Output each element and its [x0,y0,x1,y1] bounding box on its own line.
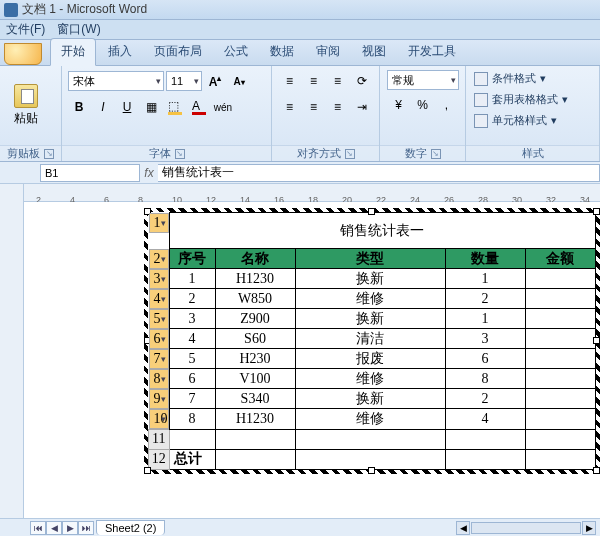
cell-type[interactable]: 报废 [295,349,445,369]
number-dialog-icon[interactable]: ↘ [431,149,441,159]
cell-type[interactable]: 换新 [295,389,445,409]
resize-handle[interactable] [368,208,375,215]
indent-button[interactable]: ⇥ [351,96,373,118]
scroll-left-icon[interactable]: ◀ [456,521,470,535]
cell-amt[interactable] [525,349,595,369]
cell[interactable] [295,429,445,449]
horizontal-scrollbar[interactable]: ◀ ▶ [165,521,600,535]
grow-font-button[interactable]: A [204,70,226,92]
cell-type[interactable]: 清洁 [295,329,445,349]
align-bottom-button[interactable]: ≡ [327,70,349,92]
border-button[interactable]: ▦ [140,96,162,118]
cell-seq[interactable]: 2 [169,289,215,309]
cell-qty[interactable]: 8 [445,369,525,389]
scroll-right-icon[interactable]: ▶ [582,521,596,535]
resize-handle[interactable] [593,337,600,344]
fx-icon[interactable]: fx [140,166,158,180]
orientation-button[interactable]: ⟳ [351,70,373,92]
total-label[interactable]: 总计 [169,449,215,469]
scroll-track[interactable] [471,522,581,534]
cell-qty[interactable]: 3 [445,329,525,349]
underline-button[interactable]: U [116,96,138,118]
cell-type[interactable]: 维修 [295,369,445,389]
cell-name[interactable]: W850 [215,289,295,309]
cell-seq[interactable]: 5 [169,349,215,369]
cell-amt[interactable] [525,329,595,349]
shrink-font-button[interactable]: A [228,70,250,92]
cell-name[interactable]: H230 [215,349,295,369]
sheet-nav-first-icon[interactable]: ⏮ [30,521,46,535]
sheet-tab[interactable]: Sheet2 (2) [96,520,165,535]
resize-handle[interactable] [593,208,600,215]
cell-name[interactable]: H1230 [215,269,295,289]
cell-seq[interactable]: 6 [169,369,215,389]
row-header[interactable]: 7 [149,349,169,369]
comma-button[interactable]: , [436,94,458,116]
row-header[interactable]: 4 [149,289,169,309]
cell-seq[interactable]: 4 [169,329,215,349]
tab-data[interactable]: 数据 [260,39,304,65]
sheet-nav-last-icon[interactable]: ⏭ [78,521,94,535]
cell-name[interactable]: S60 [215,329,295,349]
cell-name[interactable]: V100 [215,369,295,389]
italic-button[interactable]: I [92,96,114,118]
cell-seq[interactable]: 3 [169,309,215,329]
row-header[interactable]: 1 [149,213,169,233]
cell[interactable] [525,429,595,449]
cell-style-button[interactable]: 单元格样式 ▾ [472,112,559,129]
cell-amt[interactable] [525,289,595,309]
cell-type[interactable]: 换新 [295,269,445,289]
align-center-button[interactable]: ≡ [303,96,325,118]
conditional-format-button[interactable]: 条件格式 ▾ [472,70,548,87]
menu-window[interactable]: 窗口(W) [57,21,100,38]
cell-name[interactable]: Z900 [215,309,295,329]
table-title[interactable]: 销售统计表一 [169,213,595,249]
font-name-select[interactable]: 宋体 [68,71,164,91]
col-header-name[interactable]: 名称 [215,249,295,269]
cell-type[interactable]: 维修 [295,409,445,430]
sheet-nav-prev-icon[interactable]: ◀ [46,521,62,535]
cell-name[interactable]: H1230 [215,409,295,430]
resize-handle[interactable] [144,467,151,474]
phonetic-button[interactable]: wén [212,96,234,118]
cell[interactable] [215,429,295,449]
name-box[interactable]: B1 [40,164,140,182]
cell-qty[interactable]: 2 [445,289,525,309]
cell-seq[interactable]: 8 [169,409,215,430]
row-header[interactable]: 10 [149,409,169,429]
cell[interactable] [215,449,295,469]
percent-button[interactable]: % [412,94,434,116]
spreadsheet-table[interactable]: 1 销售统计表一 2 序号 名称 类型 数量 金额 31H1230换新142W8… [148,212,596,470]
currency-button[interactable]: ¥ [388,94,410,116]
cell-amt[interactable] [525,389,595,409]
paste-button[interactable]: 粘贴 [6,73,46,139]
fill-color-button[interactable]: ⬚ [164,96,186,118]
cell-amt[interactable] [525,369,595,389]
tab-home[interactable]: 开始 [50,38,96,66]
font-color-button[interactable]: A [188,96,210,118]
row-header[interactable]: 5 [149,309,169,329]
row-header[interactable]: 2 [149,249,169,269]
cell[interactable] [445,449,525,469]
cell-type[interactable]: 换新 [295,309,445,329]
tab-view[interactable]: 视图 [352,39,396,65]
row-header[interactable]: 8 [149,369,169,389]
align-left-button[interactable]: ≡ [279,96,301,118]
col-header-seq[interactable]: 序号 [169,249,215,269]
align-middle-button[interactable]: ≡ [303,70,325,92]
row-header[interactable]: 6 [149,329,169,349]
cell[interactable] [445,429,525,449]
tab-review[interactable]: 审阅 [306,39,350,65]
row-header[interactable]: 11 [149,429,170,449]
menu-file[interactable]: 文件(F) [6,21,45,38]
cell-amt[interactable] [525,309,595,329]
col-header-amt[interactable]: 金额 [525,249,595,269]
cell-type[interactable]: 维修 [295,289,445,309]
document-area[interactable]: 1 销售统计表一 2 序号 名称 类型 数量 金额 31H1230换新142W8… [24,202,600,518]
cell[interactable] [525,449,595,469]
tab-dev[interactable]: 开发工具 [398,39,466,65]
cell-qty[interactable]: 2 [445,389,525,409]
clipboard-dialog-icon[interactable]: ↘ [44,149,54,159]
sheet-nav-next-icon[interactable]: ▶ [62,521,78,535]
table-format-button[interactable]: 套用表格格式 ▾ [472,91,570,108]
